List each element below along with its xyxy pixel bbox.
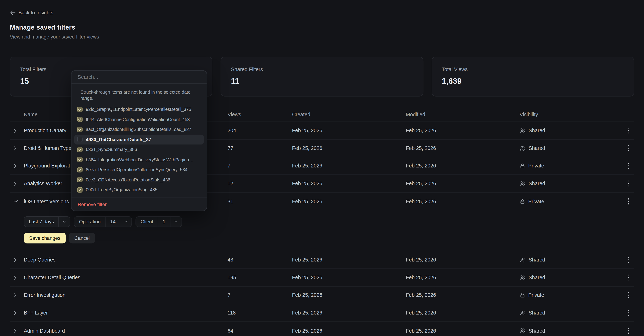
filter-item[interactable]: 0ce3_CDNAccessTokenRotationStats_436 xyxy=(74,175,204,185)
date-range-select[interactable]: Last 7 days xyxy=(24,216,70,227)
row-created: Feb 25, 2026 xyxy=(292,275,406,280)
kebab-menu-button[interactable] xyxy=(623,269,634,286)
stat-value: 11 xyxy=(231,77,413,86)
back-to-insights-link[interactable]: Back to Insights xyxy=(10,10,53,15)
operation-filter-label: Operation xyxy=(74,217,105,227)
filter-item[interactable]: 92fc_GraphQLEndpointLatencyPercentilesDe… xyxy=(74,104,204,114)
back-link-label: Back to Insights xyxy=(18,10,53,15)
row-visibility: Shared xyxy=(528,275,545,280)
row-views: 204 xyxy=(228,128,292,133)
kebab-menu-button[interactable] xyxy=(623,157,634,174)
row-views: 118 xyxy=(228,310,292,316)
expand-row-button[interactable] xyxy=(10,329,24,333)
cancel-button[interactable]: Cancel xyxy=(69,233,95,244)
checkbox-checked-icon[interactable] xyxy=(77,177,82,182)
kebab-menu-button[interactable] xyxy=(623,304,634,321)
chevron-right-icon xyxy=(14,128,16,133)
row-created: Feb 25, 2026 xyxy=(292,128,406,133)
checkbox-checked-icon[interactable] xyxy=(77,127,82,132)
save-changes-button[interactable]: Save changes xyxy=(24,233,66,244)
remove-filter-button[interactable]: Remove filter xyxy=(72,197,113,211)
row-created: Feb 25, 2026 xyxy=(292,145,406,151)
checkbox-checked-icon[interactable] xyxy=(77,187,82,193)
chevron-right-icon xyxy=(14,275,16,280)
row-created: Feb 25, 2026 xyxy=(292,163,406,169)
checkbox-unchecked-icon[interactable] xyxy=(77,137,82,142)
row-modified: Feb 25, 2026 xyxy=(406,181,520,186)
arrow-left-icon xyxy=(10,10,16,15)
row-views: 77 xyxy=(228,145,292,151)
checkbox-checked-icon[interactable] xyxy=(77,117,82,122)
kebab-menu-button[interactable] xyxy=(623,122,634,139)
filter-item-highlighted[interactable]: 4930_GetCharacterDetails_37 xyxy=(74,134,204,145)
row-name: Error Investigation xyxy=(24,292,228,298)
row-visibility: Private xyxy=(528,198,544,204)
table-row[interactable]: Admin Dashboard 64 Feb 25, 2026 Feb 25, … xyxy=(10,322,634,336)
stat-card-total-views: Total Views 1,639 xyxy=(432,57,634,96)
row-visibility: Shared xyxy=(528,181,545,186)
expand-row-button[interactable] xyxy=(10,258,24,262)
row-views: 7 xyxy=(228,292,292,298)
row-name: Character Detail Queries xyxy=(24,275,228,280)
chevron-down-icon xyxy=(59,217,70,227)
filter-item[interactable]: 8e7a_PersistedOperationCollectionSyncQue… xyxy=(74,165,204,175)
row-visibility: Shared xyxy=(528,128,545,133)
checkbox-checked-icon[interactable] xyxy=(77,107,82,112)
chevron-right-icon xyxy=(14,181,16,186)
filter-item[interactable]: 090d_FeedByOrganizationSlug_485 xyxy=(74,185,204,195)
chevron-right-icon xyxy=(14,164,16,168)
filter-item[interactable]: aacf_OrganizationBillingSubscriptionDeta… xyxy=(74,124,204,134)
column-header-visibility: Visibility xyxy=(520,112,622,117)
row-visibility: Shared xyxy=(528,257,545,263)
row-views: 43 xyxy=(228,257,292,263)
expand-row-button[interactable] xyxy=(10,128,24,133)
row-modified: Feb 25, 2026 xyxy=(406,128,520,133)
table-row[interactable]: Deep Queries 43 Feb 25, 2026 Feb 25, 202… xyxy=(10,251,634,269)
expand-row-button[interactable] xyxy=(10,164,24,168)
checkbox-checked-icon[interactable] xyxy=(77,167,82,172)
client-filter-select[interactable]: Client 1 xyxy=(136,216,182,227)
row-visibility: Shared xyxy=(528,328,545,334)
row-filter-editor: Last 7 days Operation 14 Client xyxy=(10,210,634,251)
filter-items-dropdown: Struck-through items are not found in th… xyxy=(71,70,207,211)
lock-icon xyxy=(520,292,525,298)
table-row[interactable]: Character Detail Queries 195 Feb 25, 202… xyxy=(10,269,634,287)
filter-item[interactable]: 6331_SyncSummary_386 xyxy=(74,145,204,155)
date-range-value: Last 7 days xyxy=(24,217,58,227)
expand-row-button[interactable] xyxy=(10,146,24,150)
dropdown-note: Struck-through items are not found in th… xyxy=(72,84,206,101)
dropdown-item-list: 92fc_GraphQLEndpointLatencyPercentilesDe… xyxy=(72,104,206,195)
table-row[interactable]: BFF Layer 118 Feb 25, 2026 Feb 25, 2026 … xyxy=(10,304,634,322)
kebab-menu-button[interactable] xyxy=(623,322,634,336)
client-filter-count: 1 xyxy=(158,217,170,227)
checkbox-checked-icon[interactable] xyxy=(77,147,82,152)
row-views: 12 xyxy=(228,181,292,186)
kebab-menu-button[interactable] xyxy=(623,251,634,269)
operation-filter-select[interactable]: Operation 14 xyxy=(74,216,132,227)
row-created: Feb 25, 2026 xyxy=(292,198,406,204)
checkbox-checked-icon[interactable] xyxy=(77,157,82,162)
dropdown-search xyxy=(72,70,206,84)
lock-icon xyxy=(520,163,525,169)
expand-row-button[interactable] xyxy=(10,293,24,297)
strikethrough-sample: Struck-through xyxy=(80,89,110,95)
row-created: Feb 25, 2026 xyxy=(292,257,406,263)
chevron-right-icon xyxy=(14,258,16,262)
kebab-menu-button[interactable] xyxy=(623,287,634,304)
collapse-row-button[interactable] xyxy=(10,200,24,203)
expand-row-button[interactable] xyxy=(10,181,24,186)
row-modified: Feb 25, 2026 xyxy=(406,292,520,298)
search-input[interactable] xyxy=(72,74,206,80)
filter-item[interactable]: b364_IntegrationWebhookDeliveryStatusWit… xyxy=(74,155,204,165)
kebab-menu-button[interactable] xyxy=(623,140,634,157)
people-icon xyxy=(520,274,526,281)
expand-row-button[interactable] xyxy=(10,275,24,280)
expand-row-button[interactable] xyxy=(10,311,24,315)
client-filter-label: Client xyxy=(136,217,158,227)
filter-item[interactable]: fb44_AlertChannelConfigurationValidation… xyxy=(74,114,204,124)
table-row[interactable]: Error Investigation 7 Feb 25, 2026 Feb 2… xyxy=(10,287,634,304)
people-icon xyxy=(520,257,526,263)
page-title: Manage saved filters xyxy=(10,24,634,31)
kebab-menu-button[interactable] xyxy=(623,175,634,192)
kebab-menu-button[interactable] xyxy=(623,193,634,210)
